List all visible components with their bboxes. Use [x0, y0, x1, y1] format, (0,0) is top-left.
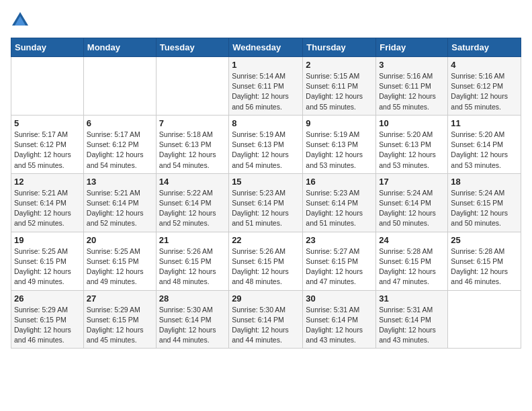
calendar-cell: 23Sunrise: 5:27 AMSunset: 6:15 PMDayligh…	[303, 232, 376, 290]
logo	[11, 11, 32, 30]
day-number: 14	[159, 177, 226, 187]
calendar-cell: 20Sunrise: 5:25 AMSunset: 6:15 PMDayligh…	[83, 232, 156, 290]
calendar-cell: 24Sunrise: 5:28 AMSunset: 6:15 PMDayligh…	[376, 232, 448, 290]
calendar-cell: 13Sunrise: 5:21 AMSunset: 6:14 PMDayligh…	[83, 173, 156, 232]
calendar-cell: 6Sunrise: 5:17 AMSunset: 6:12 PMDaylight…	[83, 115, 156, 173]
calendar-cell: 9Sunrise: 5:19 AMSunset: 6:13 PMDaylight…	[303, 115, 376, 173]
calendar-cell	[83, 57, 156, 116]
day-info: Sunrise: 5:23 AMSunset: 6:14 PMDaylight:…	[306, 188, 373, 229]
calendar-cell: 28Sunrise: 5:30 AMSunset: 6:14 PMDayligh…	[156, 290, 228, 349]
page-header	[11, 11, 521, 30]
day-number: 31	[379, 293, 445, 304]
day-number: 11	[451, 118, 518, 128]
day-info: Sunrise: 5:25 AMSunset: 6:15 PMDaylight:…	[87, 246, 153, 287]
day-number: 7	[159, 118, 226, 128]
day-info: Sunrise: 5:16 AMSunset: 6:12 PMDaylight:…	[451, 71, 518, 112]
day-number: 22	[232, 235, 300, 245]
header-day: Sunday	[11, 38, 84, 57]
day-info: Sunrise: 5:16 AMSunset: 6:11 PMDaylight:…	[379, 71, 445, 112]
day-number: 4	[451, 60, 518, 70]
day-info: Sunrise: 5:29 AMSunset: 6:15 PMDaylight:…	[87, 305, 153, 346]
day-number: 12	[14, 177, 81, 187]
day-number: 13	[87, 177, 153, 187]
header-row: SundayMondayTuesdayWednesdayThursdayFrid…	[11, 38, 521, 57]
calendar-cell: 10Sunrise: 5:20 AMSunset: 6:13 PMDayligh…	[376, 115, 448, 173]
calendar-cell: 22Sunrise: 5:26 AMSunset: 6:15 PMDayligh…	[229, 232, 303, 290]
day-info: Sunrise: 5:29 AMSunset: 6:15 PMDaylight:…	[14, 305, 81, 346]
calendar-cell: 16Sunrise: 5:23 AMSunset: 6:14 PMDayligh…	[303, 173, 376, 232]
calendar-cell: 26Sunrise: 5:29 AMSunset: 6:15 PMDayligh…	[11, 290, 84, 349]
day-info: Sunrise: 5:24 AMSunset: 6:14 PMDaylight:…	[379, 188, 445, 229]
day-info: Sunrise: 5:21 AMSunset: 6:14 PMDaylight:…	[14, 188, 81, 229]
day-number: 3	[379, 60, 445, 70]
calendar-cell: 29Sunrise: 5:30 AMSunset: 6:14 PMDayligh…	[229, 290, 303, 349]
day-number: 25	[451, 235, 518, 245]
calendar-cell: 4Sunrise: 5:16 AMSunset: 6:12 PMDaylight…	[448, 57, 521, 116]
day-info: Sunrise: 5:15 AMSunset: 6:11 PMDaylight:…	[306, 71, 373, 112]
calendar-cell: 21Sunrise: 5:26 AMSunset: 6:15 PMDayligh…	[156, 232, 228, 290]
day-number: 20	[87, 235, 153, 245]
calendar-cell: 18Sunrise: 5:24 AMSunset: 6:15 PMDayligh…	[448, 173, 521, 232]
calendar-week-row: 1Sunrise: 5:14 AMSunset: 6:11 PMDaylight…	[11, 57, 521, 116]
calendar-cell: 25Sunrise: 5:28 AMSunset: 6:15 PMDayligh…	[448, 232, 521, 290]
day-info: Sunrise: 5:26 AMSunset: 6:15 PMDaylight:…	[232, 246, 300, 287]
day-number: 9	[306, 118, 373, 128]
day-info: Sunrise: 5:14 AMSunset: 6:11 PMDaylight:…	[232, 71, 300, 112]
day-info: Sunrise: 5:31 AMSunset: 6:14 PMDaylight:…	[306, 305, 373, 346]
calendar-body: 1Sunrise: 5:14 AMSunset: 6:11 PMDaylight…	[11, 57, 521, 349]
calendar-cell: 7Sunrise: 5:18 AMSunset: 6:13 PMDaylight…	[156, 115, 228, 173]
day-number: 21	[159, 235, 226, 245]
calendar-header: SundayMondayTuesdayWednesdayThursdayFrid…	[11, 38, 521, 57]
calendar-cell: 31Sunrise: 5:31 AMSunset: 6:14 PMDayligh…	[376, 290, 448, 349]
calendar-cell	[156, 57, 228, 116]
day-number: 23	[306, 235, 373, 245]
day-info: Sunrise: 5:19 AMSunset: 6:13 PMDaylight:…	[306, 130, 373, 171]
day-number: 8	[232, 118, 300, 128]
calendar-cell: 19Sunrise: 5:25 AMSunset: 6:15 PMDayligh…	[11, 232, 84, 290]
day-info: Sunrise: 5:27 AMSunset: 6:15 PMDaylight:…	[306, 246, 373, 287]
day-info: Sunrise: 5:20 AMSunset: 6:14 PMDaylight:…	[451, 130, 518, 171]
day-number: 27	[87, 293, 153, 304]
day-info: Sunrise: 5:26 AMSunset: 6:15 PMDaylight:…	[159, 246, 226, 287]
day-info: Sunrise: 5:20 AMSunset: 6:13 PMDaylight:…	[379, 130, 445, 171]
calendar-cell: 2Sunrise: 5:15 AMSunset: 6:11 PMDaylight…	[303, 57, 376, 116]
header-day: Wednesday	[229, 38, 303, 57]
header-day: Friday	[376, 38, 448, 57]
day-info: Sunrise: 5:22 AMSunset: 6:14 PMDaylight:…	[159, 188, 226, 229]
day-number: 18	[451, 177, 518, 187]
calendar-cell: 14Sunrise: 5:22 AMSunset: 6:14 PMDayligh…	[156, 173, 228, 232]
day-number: 17	[379, 177, 445, 187]
day-info: Sunrise: 5:31 AMSunset: 6:14 PMDaylight:…	[379, 305, 445, 346]
calendar-cell	[448, 290, 521, 349]
calendar-week-row: 12Sunrise: 5:21 AMSunset: 6:14 PMDayligh…	[11, 173, 521, 232]
day-info: Sunrise: 5:21 AMSunset: 6:14 PMDaylight:…	[87, 188, 153, 229]
day-info: Sunrise: 5:19 AMSunset: 6:13 PMDaylight:…	[232, 130, 300, 171]
day-number: 5	[14, 118, 81, 128]
calendar-cell	[11, 57, 84, 116]
day-info: Sunrise: 5:23 AMSunset: 6:14 PMDaylight:…	[232, 188, 300, 229]
calendar-week-row: 5Sunrise: 5:17 AMSunset: 6:12 PMDaylight…	[11, 115, 521, 173]
day-info: Sunrise: 5:28 AMSunset: 6:15 PMDaylight:…	[379, 246, 445, 287]
day-number: 30	[306, 293, 373, 304]
calendar-cell: 17Sunrise: 5:24 AMSunset: 6:14 PMDayligh…	[376, 173, 448, 232]
day-number: 24	[379, 235, 445, 245]
calendar-week-row: 26Sunrise: 5:29 AMSunset: 6:15 PMDayligh…	[11, 290, 521, 349]
day-info: Sunrise: 5:24 AMSunset: 6:15 PMDaylight:…	[451, 188, 518, 229]
day-number: 28	[159, 293, 226, 304]
calendar-cell: 5Sunrise: 5:17 AMSunset: 6:12 PMDaylight…	[11, 115, 84, 173]
calendar-cell: 11Sunrise: 5:20 AMSunset: 6:14 PMDayligh…	[448, 115, 521, 173]
header-day: Tuesday	[156, 38, 228, 57]
header-day: Thursday	[303, 38, 376, 57]
calendar-table: SundayMondayTuesdayWednesdayThursdayFrid…	[11, 38, 521, 349]
day-info: Sunrise: 5:30 AMSunset: 6:14 PMDaylight:…	[159, 305, 226, 346]
day-number: 19	[14, 235, 81, 245]
day-number: 10	[379, 118, 445, 128]
day-number: 2	[306, 60, 373, 70]
day-info: Sunrise: 5:17 AMSunset: 6:12 PMDaylight:…	[14, 130, 81, 171]
day-number: 15	[232, 177, 300, 187]
day-number: 29	[232, 293, 300, 304]
day-number: 6	[87, 118, 153, 128]
day-info: Sunrise: 5:28 AMSunset: 6:15 PMDaylight:…	[451, 246, 518, 287]
day-info: Sunrise: 5:25 AMSunset: 6:15 PMDaylight:…	[14, 246, 81, 287]
day-number: 1	[232, 60, 300, 70]
